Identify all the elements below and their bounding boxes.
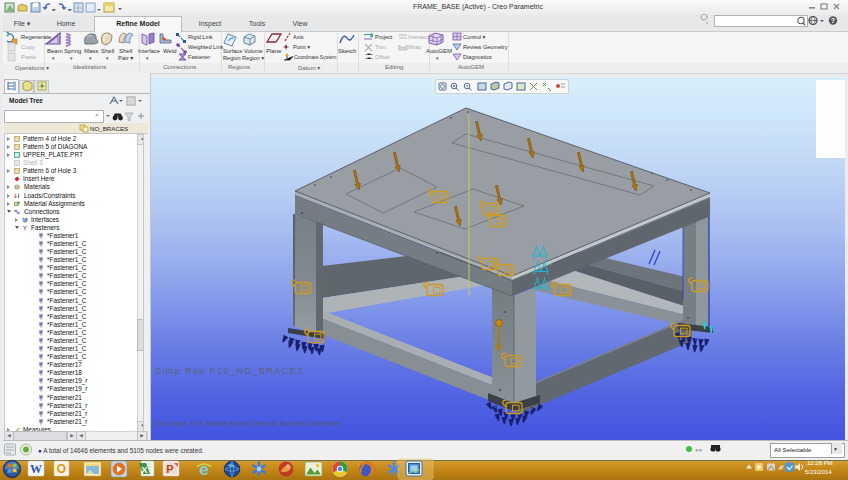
svg-text:Regenerate: Regenerate (21, 34, 51, 40)
svg-text:Spring: Spring (64, 48, 81, 54)
svg-text:X: X (141, 464, 148, 475)
svg-text:Project: Project (375, 34, 393, 40)
svg-text:Fastener: Fastener (188, 54, 210, 60)
svg-text:Rigid Link: Rigid Link (188, 34, 213, 40)
svg-text:Simp Rep P10_NO_BRACES: Simp Rep P10_NO_BRACES (155, 366, 304, 376)
svg-text:?: ? (831, 17, 835, 24)
svg-text:Diagnostics: Diagnostics (463, 54, 492, 60)
svg-text:P: P (166, 463, 173, 475)
svg-text:▾: ▾ (146, 55, 149, 61)
svg-text:▾: ▾ (106, 55, 109, 61)
svg-text:e: e (199, 460, 208, 479)
svg-text:AutoGEM: AutoGEM (426, 48, 452, 54)
svg-text:Shell: Shell (101, 48, 114, 54)
svg-text:Weighted Link: Weighted Link (188, 44, 224, 50)
svg-text:▾: ▾ (436, 55, 439, 61)
svg-text:Intersect: Intersect (408, 34, 430, 40)
svg-text:Region: Region (223, 55, 241, 61)
svg-text:Shell: Shell (119, 48, 132, 54)
svg-text:●●: ●● (695, 447, 703, 453)
svg-text:Trim: Trim (375, 44, 386, 50)
svg-text:W: W (30, 462, 42, 476)
svg-text:Weld: Weld (163, 48, 177, 54)
svg-text:Interface: Interface (138, 48, 160, 54)
svg-text:Coordinate System: Coordinate System (294, 54, 337, 60)
svg-text:O: O (57, 462, 66, 476)
svg-text:Pair ▾: Pair ▾ (118, 55, 133, 61)
svg-text:Review Geometry: Review Geometry (463, 44, 508, 50)
svg-text:Copy: Copy (21, 44, 35, 50)
svg-text:Surface: Surface (223, 48, 242, 54)
svg-text:Volume: Volume (244, 48, 263, 54)
svg-text:Offset: Offset (375, 54, 390, 60)
svg-text:▾: ▾ (89, 55, 92, 61)
svg-text:Sketch: Sketch (338, 48, 356, 54)
svg-text:▾: ▾ (70, 55, 73, 61)
svg-text:Paste: Paste (21, 54, 37, 60)
svg-text:Point ▾: Point ▾ (293, 44, 310, 50)
svg-text:Mass: Mass (84, 48, 98, 54)
svg-text:Plane: Plane (266, 48, 282, 54)
svg-text:Wrap: Wrap (408, 44, 421, 50)
svg-text:Region ▾: Region ▾ (242, 55, 264, 61)
svg-text:Beam: Beam (47, 48, 63, 54)
svg-text:Structure 101 Native Mode: Structure 101 Native Mode Default Bonded… (155, 419, 341, 428)
svg-text:Control ▾: Control ▾ (463, 34, 486, 40)
svg-text:▾: ▾ (52, 55, 55, 61)
svg-text:Axis: Axis (293, 34, 304, 40)
